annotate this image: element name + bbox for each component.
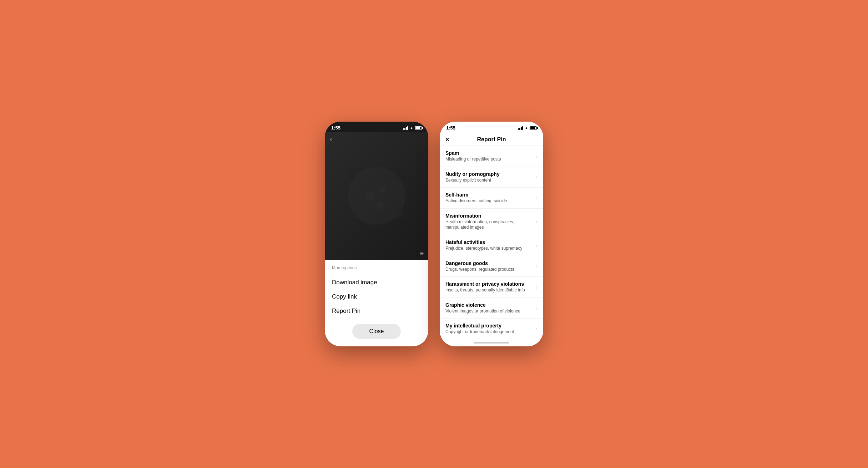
report-item-dangerous[interactable]: Dangerous goods Drugs, weapons, regulate… bbox=[440, 256, 543, 277]
right-battery-icon bbox=[530, 126, 537, 130]
report-item-dangerous-text: Dangerous goods Drugs, weapons, regulate… bbox=[445, 260, 533, 273]
report-item-hateful-text: Hateful activities Prejudice, stereotype… bbox=[445, 239, 533, 251]
report-item-misinfo-subtitle: Health misinformation, conspiracies, man… bbox=[445, 219, 533, 230]
report-item-hateful-subtitle: Prejudice, stereotypes, white supremacy bbox=[445, 246, 533, 251]
close-x-button[interactable]: × bbox=[445, 136, 449, 143]
right-signal-icon bbox=[518, 126, 523, 130]
left-home-indicator bbox=[325, 346, 428, 346]
right-status-bar: 1:55 ▲ bbox=[440, 122, 543, 132]
more-options-label: More options bbox=[332, 265, 421, 270]
battery-icon bbox=[415, 126, 422, 130]
signal-icon bbox=[403, 126, 408, 130]
report-item-harassment[interactable]: Harassment or privacy violations Insults… bbox=[440, 277, 543, 298]
report-item-violence-subtitle: Violent images or promotion of violence bbox=[445, 309, 533, 314]
right-home-indicator bbox=[440, 340, 543, 346]
report-item-hateful-title: Hateful activities bbox=[445, 239, 533, 245]
report-item-dangerous-title: Dangerous goods bbox=[445, 260, 533, 266]
report-item-self-harm-text: Self-harm Eating disorders, cutting, sui… bbox=[445, 192, 533, 204]
report-item-spam-subtitle: Misleading or repetitive posts bbox=[445, 157, 533, 162]
chevron-icon: › bbox=[536, 219, 538, 224]
svg-point-2 bbox=[365, 191, 375, 201]
image-overlay bbox=[325, 132, 428, 260]
bottom-sheet: More options Download image Copy link Re… bbox=[325, 260, 428, 346]
report-item-nudity[interactable]: Nudity or pornography Sexually explicit … bbox=[440, 167, 543, 188]
location-icon: ⊕ bbox=[420, 250, 424, 256]
dark-image-area: ‹ ⊕ bbox=[325, 132, 428, 260]
report-item-spam-text: Spam Misleading or repetitive posts bbox=[445, 150, 533, 162]
report-list: Spam Misleading or repetitive posts › Nu… bbox=[440, 146, 543, 340]
report-item-ip-title: My intellectual property bbox=[445, 323, 533, 329]
close-button[interactable]: Close bbox=[352, 324, 401, 339]
report-item-self-harm[interactable]: Self-harm Eating disorders, cutting, sui… bbox=[440, 188, 543, 209]
report-item-spam-title: Spam bbox=[445, 150, 533, 156]
report-header: × Report Pin bbox=[440, 132, 543, 146]
left-phone: 1:55 ▲ ‹ bbox=[325, 122, 428, 346]
report-item-hateful[interactable]: Hateful activities Prejudice, stereotype… bbox=[440, 235, 543, 256]
scene: 1:55 ▲ ‹ bbox=[311, 107, 557, 361]
svg-point-3 bbox=[380, 186, 386, 193]
chevron-icon: › bbox=[536, 305, 538, 311]
report-item-ip-subtitle: Copyright or trademark infringement bbox=[445, 329, 533, 335]
right-status-icons: ▲ bbox=[518, 126, 537, 130]
chevron-icon: › bbox=[536, 263, 538, 269]
chevron-icon: › bbox=[536, 326, 538, 332]
report-item-nudity-title: Nudity or pornography bbox=[445, 171, 533, 177]
copy-link-item[interactable]: Copy link bbox=[332, 290, 421, 304]
left-phone-content: ‹ ⊕ More options Download image Copy lin… bbox=[325, 132, 428, 346]
left-time: 1:55 bbox=[331, 125, 340, 131]
chevron-icon: › bbox=[536, 174, 538, 180]
report-item-ip-text: My intellectual property Copyright or tr… bbox=[445, 323, 533, 335]
report-item-spam[interactable]: Spam Misleading or repetitive posts › bbox=[440, 146, 543, 167]
right-phone-inner: 1:55 ▲ × Report Pin bbox=[440, 122, 543, 346]
report-item-dangerous-subtitle: Drugs, weapons, regulated products bbox=[445, 267, 533, 273]
report-item-misinfo[interactable]: Misinformation Health misinformation, co… bbox=[440, 209, 543, 235]
right-wifi-icon: ▲ bbox=[525, 126, 528, 130]
report-item-harassment-text: Harassment or privacy violations Insults… bbox=[445, 281, 533, 293]
right-home-bar bbox=[474, 342, 509, 344]
report-item-nudity-subtitle: Sexually explicit content bbox=[445, 178, 533, 183]
right-phone: 1:55 ▲ × Report Pin bbox=[440, 122, 543, 346]
right-time: 1:55 bbox=[446, 125, 455, 131]
report-item-violence-text: Graphic violence Violent images or promo… bbox=[445, 302, 533, 314]
pizza-image bbox=[344, 164, 409, 228]
report-item-nudity-text: Nudity or pornography Sexually explicit … bbox=[445, 171, 533, 183]
report-item-misinfo-title: Misinformation bbox=[445, 213, 533, 219]
chevron-icon: › bbox=[536, 243, 538, 248]
report-item-harassment-title: Harassment or privacy violations bbox=[445, 281, 533, 287]
report-item-violence[interactable]: Graphic violence Violent images or promo… bbox=[440, 298, 543, 319]
wifi-icon: ▲ bbox=[410, 126, 413, 130]
left-status-icons: ▲ bbox=[403, 126, 422, 130]
report-item-harassment-subtitle: Insults, threats, personally identifiabl… bbox=[445, 288, 533, 293]
download-image-item[interactable]: Download image bbox=[332, 275, 421, 290]
report-title: Report Pin bbox=[477, 136, 506, 143]
report-item-self-harm-title: Self-harm bbox=[445, 192, 533, 198]
report-pin-item[interactable]: Report Pin bbox=[332, 304, 421, 318]
report-item-ip[interactable]: My intellectual property Copyright or tr… bbox=[440, 319, 543, 339]
chevron-icon: › bbox=[536, 195, 538, 201]
report-item-violence-title: Graphic violence bbox=[445, 302, 533, 308]
close-btn-area: Close bbox=[332, 324, 421, 339]
report-item-self-harm-subtitle: Eating disorders, cutting, suicide bbox=[445, 198, 533, 204]
svg-point-4 bbox=[376, 202, 384, 209]
report-item-misinfo-text: Misinformation Health misinformation, co… bbox=[445, 213, 533, 230]
chevron-icon: › bbox=[536, 153, 538, 159]
left-status-bar: 1:55 ▲ bbox=[325, 122, 428, 132]
chevron-icon: › bbox=[536, 284, 538, 290]
